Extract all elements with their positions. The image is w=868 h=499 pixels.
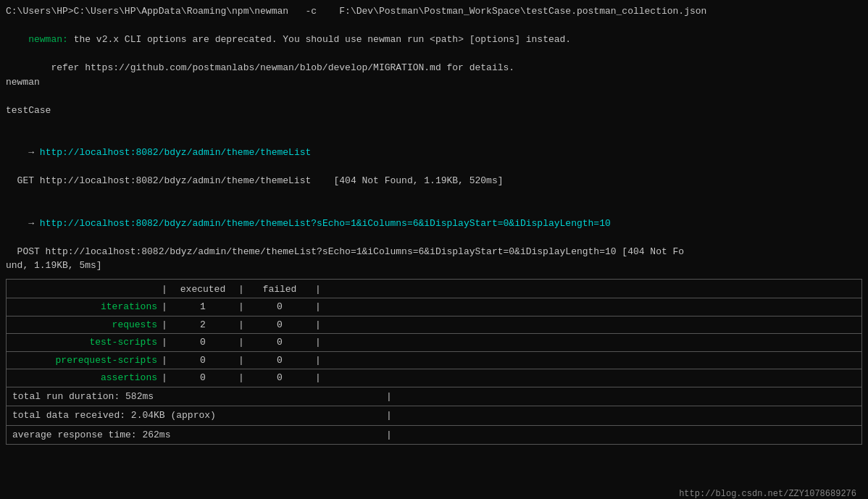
- summary-right-1: [395, 390, 861, 404]
- request2-detail-line2: und, 1.19KB, 5ms]: [6, 259, 862, 273]
- table-pipe-h1: |: [159, 282, 170, 297]
- newman-warning-line2: refer https://github.com/postmanlabs/new…: [6, 61, 862, 75]
- row-exec-requests: 2: [170, 318, 235, 332]
- summary-right-3: [395, 428, 861, 443]
- summary-row-3: average response time: 262ms |: [7, 426, 861, 445]
- table-executed-header: executed: [170, 282, 235, 297]
- row-label-assertions: assertions: [7, 371, 159, 385]
- table-sep-h1: |: [235, 282, 247, 297]
- row-pipe-4c: |: [312, 371, 324, 385]
- row-pipe-0a: |: [159, 300, 170, 314]
- arrow2-icon: →: [28, 218, 40, 229]
- row-right-1: [324, 318, 861, 332]
- row-right-3: [324, 353, 861, 368]
- table-row: requests | 2 | 0 |: [7, 316, 861, 335]
- summary-row-2: total data received: 2.04KB (approx) |: [7, 406, 861, 426]
- row-exec-iterations: 1: [170, 300, 235, 314]
- row-exec-assertions: 0: [170, 371, 235, 385]
- table-row: test-scripts | 0 | 0 |: [7, 334, 861, 352]
- summary-pipe-2: |: [383, 408, 395, 423]
- terminal-window: C:\Users\HP>C:\Users\HP\AppData\Roaming\…: [6, 4, 862, 499]
- summary-pipe-3: |: [383, 428, 395, 443]
- table-row: assertions | 0 | 0 |: [7, 369, 861, 387]
- row-pipe-1c: |: [312, 318, 324, 332]
- table-row: prerequest-scripts | 0 | 0 |: [7, 352, 861, 370]
- table-failed-header: failed: [247, 282, 312, 297]
- summary-pipe-1: |: [383, 390, 395, 404]
- request1-detail: GET http://localhost:8082/bdyz/admin/the…: [6, 174, 862, 188]
- row-pipe-4a: |: [159, 371, 170, 385]
- row-fail-assertions: 0: [247, 371, 312, 385]
- row-fail-iterations: 0: [247, 300, 312, 314]
- row-exec-test-scripts: 0: [170, 335, 235, 350]
- row-fail-prerequest: 0: [247, 353, 312, 368]
- newman-warning-text: the v2.x CLI options are deprecated. You…: [74, 34, 572, 45]
- test-case-name: testCase: [6, 104, 862, 118]
- row-pipe-3a: |: [159, 353, 170, 368]
- row-right-4: [324, 371, 861, 385]
- request1-arrow-line: → http://localhost:8082/bdyz/admin/theme…: [6, 132, 862, 175]
- row-fail-test-scripts: 0: [247, 335, 312, 350]
- request1-url: http://localhost:8082/bdyz/admin/theme/t…: [40, 147, 311, 158]
- newman-text: newman: [6, 75, 862, 90]
- blank-line2: [6, 117, 862, 132]
- row-label-requests: requests: [7, 318, 159, 332]
- row-label-prerequest: prerequest-scripts: [7, 353, 159, 368]
- table-pipe-h2: |: [312, 282, 324, 297]
- row-exec-prerequest: 0: [170, 353, 235, 368]
- summary-data-received: total data received: 2.04KB (approx): [7, 408, 383, 423]
- cmd-line: C:\Users\HP>C:\Users\HP\AppData\Roaming\…: [6, 4, 862, 19]
- request2-detail-line1: POST http://localhost:8082/bdyz/admin/th…: [6, 245, 862, 259]
- request2-url: http://localhost:8082/bdyz/admin/theme/t…: [40, 218, 611, 229]
- table-label-header: [7, 282, 159, 297]
- row-fail-requests: 0: [247, 318, 312, 332]
- summary-right-2: [395, 408, 861, 423]
- row-right-2: [324, 335, 861, 350]
- summary-row-1: total run duration: 582ms |: [7, 387, 861, 407]
- row-pipe-0b: |: [235, 300, 247, 314]
- blank-line3: [6, 188, 862, 203]
- table-row: iterations | 1 | 0 |: [7, 298, 861, 316]
- watermark: http://blog.csdn.net/ZZY1078689276: [679, 487, 856, 499]
- row-right-0: [324, 300, 861, 314]
- row-pipe-1b: |: [235, 318, 247, 332]
- row-pipe-0c: |: [312, 300, 324, 314]
- row-pipe-2c: |: [312, 335, 324, 350]
- newman-warning-line1: newman: the v2.x CLI options are depreca…: [6, 19, 862, 62]
- row-pipe-4b: |: [235, 371, 247, 385]
- blank-line1: [6, 89, 862, 104]
- results-table: | executed | failed | iterations | 1 | 0…: [6, 279, 862, 445]
- row-label-iterations: iterations: [7, 300, 159, 314]
- summary-avg-response: average response time: 262ms: [7, 428, 383, 443]
- newman-label: newman:: [28, 34, 73, 45]
- summary-duration: total run duration: 582ms: [7, 390, 383, 404]
- row-pipe-1a: |: [159, 318, 170, 332]
- row-label-test-scripts: test-scripts: [7, 335, 159, 350]
- table-header-row: | executed | failed |: [7, 280, 861, 299]
- row-pipe-3b: |: [235, 353, 247, 368]
- row-pipe-2b: |: [235, 335, 247, 350]
- row-pipe-2a: |: [159, 335, 170, 350]
- request2-arrow-line: → http://localhost:8082/bdyz/admin/theme…: [6, 202, 862, 245]
- row-pipe-3c: |: [312, 353, 324, 368]
- arrow1-icon: →: [28, 147, 40, 158]
- table-right-h: [324, 282, 861, 297]
